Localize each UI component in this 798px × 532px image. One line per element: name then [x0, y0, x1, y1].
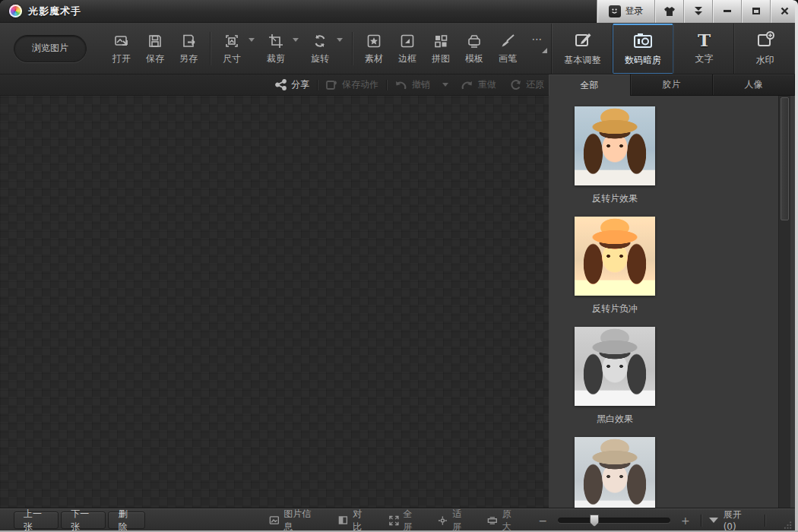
save-as-label: 另存 — [179, 52, 198, 65]
zoom-slider-thumb[interactable] — [590, 515, 599, 527]
resize-button[interactable]: 尺寸 — [215, 31, 249, 65]
maximize-button[interactable] — [742, 0, 771, 23]
material-star-icon — [366, 33, 382, 49]
template-button[interactable]: 模板 — [458, 31, 491, 65]
filter-item[interactable]: 反转片效果 — [575, 106, 655, 204]
titlebar-left: 光影魔术手 — [0, 5, 81, 18]
action-bar: 分享 保存动作 撤销 重做 还原 — [0, 74, 549, 96]
skin-button[interactable] — [655, 0, 684, 23]
crop-button[interactable]: 裁剪 — [259, 31, 293, 65]
delete-image-button[interactable]: 删除 — [108, 511, 144, 529]
more-tools-button[interactable]: ⋯ — [524, 31, 550, 53]
filter-thumbnail[interactable] — [575, 217, 655, 296]
panel-scrollbar[interactable] — [778, 96, 790, 508]
tab-basic-adjust[interactable]: 基本调整 — [552, 24, 613, 74]
category-tab-portrait[interactable]: 人像 — [713, 74, 795, 96]
fit-screen-button[interactable]: 适屏 — [438, 508, 469, 532]
zoom-out-button[interactable]: − — [536, 515, 551, 527]
scrollbar-thumb[interactable] — [781, 97, 789, 220]
skin-icon — [663, 6, 676, 17]
save-action-label: 保存动作 — [342, 78, 378, 91]
compare-button[interactable]: 对比 — [338, 508, 369, 532]
close-button[interactable] — [771, 0, 798, 23]
open-button[interactable]: 打开 — [105, 31, 138, 65]
window-frame-right — [795, 0, 798, 532]
open-label: 打开 — [112, 52, 131, 65]
filter-item[interactable]: 反转片负冲 — [575, 217, 655, 314]
titlebar: 光影魔术手 登录 — [0, 0, 798, 23]
filter-label: 反转片效果 — [592, 192, 638, 204]
fullscreen-button[interactable]: 全屏 — [389, 508, 420, 532]
share-icon — [275, 79, 287, 90]
save-action-icon — [325, 79, 337, 90]
save-button[interactable]: 保存 — [138, 31, 172, 65]
separator — [765, 515, 765, 527]
brush-icon — [500, 33, 515, 49]
more-dots-icon: ⋯ — [532, 36, 543, 42]
browse-images-button[interactable]: 浏览图片 — [14, 35, 87, 62]
login-button[interactable]: 登录 — [597, 0, 655, 23]
category-tab-film[interactable]: 胶片 — [631, 74, 713, 96]
minimize-button[interactable] — [713, 0, 742, 23]
tab-text[interactable]: T 文字 — [673, 24, 734, 74]
compare-icon — [338, 515, 348, 525]
material-button[interactable]: 素材 — [357, 31, 391, 65]
decor-tool-group: 素材 边框 拼图 模板 — [357, 31, 550, 65]
image-info-icon — [269, 515, 280, 525]
template-icon — [467, 33, 482, 49]
zoom-in-button[interactable]: + — [678, 515, 693, 527]
open-image-icon — [114, 33, 129, 49]
filter-grid: 反转片效果 反转片负冲 黑白效果 负片效果 LOMO风格 柔光镜 — [549, 96, 769, 508]
original-size-icon — [487, 516, 498, 525]
crop-label: 裁剪 — [267, 52, 285, 65]
rotate-label: 旋转 — [311, 52, 329, 65]
tab-digital-darkroom[interactable]: 数码暗房 — [613, 24, 673, 74]
tab-watermark[interactable]: 水印 — [734, 24, 795, 74]
undo-button: 撤销 — [394, 78, 430, 91]
main-menu-chevrons-icon — [695, 7, 702, 15]
next-image-button[interactable]: 下一张 — [61, 511, 106, 529]
window-title: 光影魔术手 — [28, 5, 81, 18]
category-tab-all[interactable]: 全部 — [549, 74, 631, 96]
main-menu-button[interactable] — [684, 0, 713, 23]
collage-button[interactable]: 拼图 — [424, 31, 458, 65]
prev-image-button[interactable]: 上一张 — [14, 511, 59, 529]
resize-dropdown[interactable] — [249, 31, 259, 56]
rotate-button[interactable]: 旋转 — [303, 31, 337, 65]
original-size-button[interactable]: 原大 — [487, 508, 519, 532]
brush-button[interactable]: 画笔 — [491, 31, 524, 65]
restore-button: 还原 — [510, 78, 544, 91]
share-button[interactable]: 分享 — [275, 78, 309, 91]
filter-thumbnail[interactable] — [575, 106, 655, 185]
compare-label: 对比 — [353, 508, 369, 532]
undo-history-dropdown[interactable] — [442, 83, 448, 87]
filter-thumbnail[interactable] — [575, 437, 655, 508]
crop-dropdown[interactable] — [293, 31, 303, 56]
redo-label: 重做 — [478, 78, 496, 91]
save-as-icon — [181, 33, 196, 49]
rotate-dropdown[interactable] — [337, 31, 347, 56]
zoom-slider[interactable] — [558, 518, 670, 523]
filter-item[interactable]: 负片效果 — [575, 437, 655, 508]
filter-item[interactable]: 黑白效果 — [575, 327, 655, 424]
border-icon — [400, 33, 415, 49]
toolbar-separator — [210, 32, 211, 65]
tab-label: 水印 — [756, 54, 774, 67]
image-canvas[interactable] — [0, 96, 549, 508]
image-info-button[interactable]: 图片信息 — [269, 508, 318, 532]
login-label: 登录 — [625, 5, 644, 17]
titlebar-controls: 登录 — [597, 0, 798, 23]
save-label: 保存 — [146, 52, 164, 65]
expand-tray-button[interactable]: 展开(0) — [709, 508, 751, 532]
fullscreen-label: 全屏 — [404, 508, 420, 532]
separator — [317, 80, 318, 90]
filter-panel: 反转片效果 反转片负冲 黑白效果 负片效果 LOMO风格 柔光镜 — [549, 96, 795, 508]
basic-adjust-icon — [573, 30, 593, 50]
filter-label: 黑白效果 — [597, 413, 633, 424]
border-button[interactable]: 边框 — [391, 31, 424, 65]
chevron-down-icon — [293, 38, 299, 56]
tab-label: 数码暗房 — [625, 54, 661, 67]
filter-thumbnail[interactable] — [575, 327, 655, 406]
save-as-button[interactable]: 另存 — [172, 31, 205, 65]
resize-grip[interactable] — [784, 521, 792, 530]
